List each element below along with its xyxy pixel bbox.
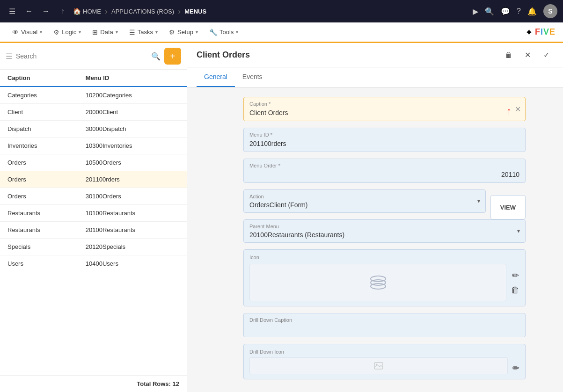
icon-preview <box>249 264 506 301</box>
hamburger-menu-icon[interactable]: ☰ <box>6 5 19 18</box>
breadcrumb: 🏠 HOME › APPLICATIONS (ROS) › MENUS <box>73 7 206 16</box>
parent-menu-value: 20100Restaurants (Restaurants) <box>249 231 508 239</box>
breadcrumb-menus[interactable]: MENUS <box>184 8 206 15</box>
menu-item-visual-label: Visual <box>21 29 37 36</box>
drill-down-caption-field: Drill Down Caption <box>243 313 526 337</box>
drill-down-icon-edit-button[interactable]: ✏ <box>512 363 519 373</box>
visual-icon: 👁 <box>12 29 19 36</box>
row-caption: Inventories <box>7 142 86 149</box>
table-header: Caption Menu ID <box>0 70 187 87</box>
table-row[interactable]: Orders 201100rders <box>0 171 187 188</box>
menu-item-tools[interactable]: 🔧 Tools ▾ <box>205 26 243 39</box>
row-menuid: 10300Inventories <box>86 142 179 149</box>
breadcrumb-applications[interactable]: APPLICATIONS (ROS) <box>111 8 174 15</box>
menu-item-logic-label: Logic <box>62 29 76 36</box>
user-avatar[interactable]: S <box>543 4 557 18</box>
icon-stack-graphic <box>370 275 387 290</box>
play-icon[interactable]: ▶ <box>473 7 478 16</box>
icon-field: Icon ✏ <box>243 249 526 306</box>
row-menuid: 10200Categories <box>86 92 179 99</box>
menu-item-setup[interactable]: ⚙ Setup ▾ <box>164 26 203 39</box>
row-caption: Categories <box>7 92 86 99</box>
caption-clear-button[interactable]: ✕ <box>515 105 521 114</box>
caption-label: Caption * <box>249 101 506 107</box>
table-row[interactable]: Dispatch 30000Dispatch <box>0 121 187 138</box>
close-button[interactable]: ✕ <box>520 48 535 63</box>
menu-id-label: Menu ID * <box>249 132 519 138</box>
menu-item-visual[interactable]: 👁 Visual ▾ <box>7 26 47 39</box>
menu-item-data-label: Data <box>100 29 113 36</box>
table-body: Categories 10200Categories Client 20000C… <box>0 87 187 375</box>
column-header-caption: Caption <box>7 74 86 81</box>
app-logo: ✦ FIVE <box>525 27 556 38</box>
row-menuid: 201100rders <box>86 176 179 183</box>
view-button[interactable]: VIEW <box>490 195 526 219</box>
row-caption: Client <box>7 109 86 116</box>
table-row[interactable]: Inventories 10300Inventories <box>0 138 187 154</box>
search-input[interactable] <box>16 52 147 60</box>
menu-item-data[interactable]: ⊞ Data ▾ <box>88 26 122 39</box>
add-button[interactable]: + <box>164 48 181 65</box>
tab-general[interactable]: General <box>197 67 235 87</box>
table-row[interactable]: Client 20000Client <box>0 104 187 121</box>
breadcrumb-applications-label: APPLICATIONS (ROS) <box>111 8 174 15</box>
help-icon[interactable]: ? <box>517 7 521 15</box>
back-icon[interactable]: ← <box>22 5 36 18</box>
menu-bar: 👁 Visual ▾ ⚙ Logic ▾ ⊞ Data ▾ ☰ Tasks ▾ … <box>0 22 563 43</box>
menu-id-field: Menu ID * <box>243 128 526 152</box>
drill-down-caption-input[interactable] <box>249 325 519 332</box>
search-icon[interactable]: 🔍 <box>151 52 161 61</box>
row-caption: Restaurants <box>7 226 86 233</box>
delete-button[interactable]: 🗑 <box>501 48 516 63</box>
row-caption: Orders <box>7 159 86 166</box>
action-field: Action OrdersClient (Form) ▾ <box>243 189 486 213</box>
search-icon[interactable]: 🔍 <box>485 7 494 16</box>
main-layout: ☰ 🔍 + Caption Menu ID Categories 10200Ca… <box>0 43 563 392</box>
notification-icon[interactable]: 🔔 <box>527 7 537 16</box>
confirm-button[interactable]: ✓ <box>539 48 554 63</box>
column-header-menuid: Menu ID <box>86 74 179 81</box>
row-caption: Orders <box>7 193 86 200</box>
row-menuid: 20100Restaurants <box>86 226 179 233</box>
row-menuid: 10500Orders <box>86 159 179 166</box>
home-icon: 🏠 <box>73 7 81 15</box>
data-icon: ⊞ <box>92 29 98 36</box>
drill-down-caption-label: Drill Down Caption <box>249 317 519 323</box>
menu-id-input[interactable] <box>249 140 519 147</box>
table-row[interactable]: Specials 20120Specials <box>0 239 187 255</box>
tasks-icon: ☰ <box>129 29 135 36</box>
table-row[interactable]: Restaurants 10100Restaurants <box>0 205 187 222</box>
menu-item-logic[interactable]: ⚙ Logic ▾ <box>49 26 86 39</box>
menu-item-tasks[interactable]: ☰ Tasks ▾ <box>124 26 162 39</box>
forward-icon[interactable]: → <box>39 5 52 18</box>
parent-menu-label: Parent Menu <box>249 224 508 229</box>
table-row[interactable]: Orders 10500Orders <box>0 154 187 171</box>
action-label: Action <box>249 194 468 199</box>
row-caption: Orders <box>7 176 86 183</box>
tools-chevron-icon: ▾ <box>236 29 238 35</box>
table-row[interactable]: Restaurants 20100Restaurants <box>0 222 187 239</box>
table-row[interactable]: Users 10400Users <box>0 255 187 272</box>
panel-header: Client Orders 🗑 ✕ ✓ <box>187 43 563 67</box>
chat-icon[interactable]: 💬 <box>501 7 510 16</box>
menu-order-input[interactable] <box>249 171 519 178</box>
menu-item-tools-label: Tools <box>219 29 234 36</box>
up-icon[interactable]: ↑ <box>56 5 69 18</box>
tasks-chevron-icon: ▾ <box>155 29 158 35</box>
parent-menu-field: Parent Menu 20100Restaurants (Restaurant… <box>243 219 526 243</box>
table-footer: Total Rows: 12 <box>0 375 187 392</box>
svg-point-2 <box>371 283 386 289</box>
icon-label: Icon <box>249 254 519 260</box>
icon-delete-button[interactable]: 🗑 <box>511 285 519 295</box>
logo-text: FIVE <box>535 27 556 37</box>
row-menuid: 20000Client <box>86 109 179 116</box>
data-chevron-icon: ▾ <box>116 29 118 35</box>
caption-input[interactable] <box>249 109 506 116</box>
panel-title: Client Orders <box>197 50 496 60</box>
row-caption: Dispatch <box>7 125 86 132</box>
table-row[interactable]: Categories 10200Categories <box>0 87 187 104</box>
icon-edit-button[interactable]: ✏ <box>511 270 519 281</box>
table-row[interactable]: Orders 30100Orders <box>0 188 187 205</box>
tab-events[interactable]: Events <box>235 67 270 87</box>
breadcrumb-home[interactable]: 🏠 HOME <box>73 7 101 15</box>
